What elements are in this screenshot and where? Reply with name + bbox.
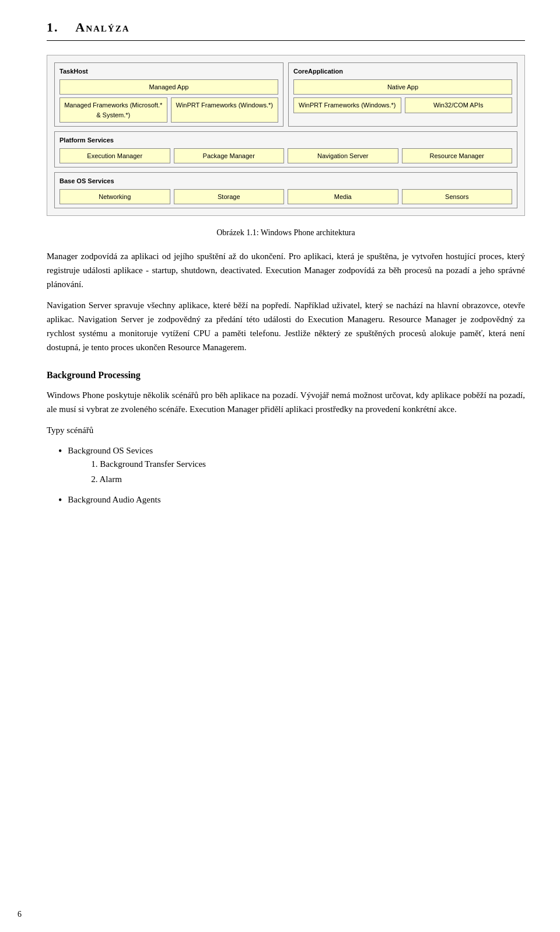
list-item-1-text: Background Audio Agents xyxy=(68,493,160,507)
chapter-title: Analýza xyxy=(75,20,130,34)
native-app-box: Native App xyxy=(293,79,512,95)
architecture-diagram: TaskHost Managed App Managed Frameworks … xyxy=(47,55,525,216)
resource-manager-box: Resource Manager xyxy=(402,148,513,164)
list-item-1: Background Audio Agents xyxy=(58,493,525,508)
navigation-server-box: Navigation Server xyxy=(288,148,398,164)
managed-frameworks-box: Managed Frameworks (Microsoft.* & System… xyxy=(60,97,167,123)
win32-com-box: Win32/COM APIs xyxy=(405,97,513,113)
paragraph-1: Manager zodpovídá za aplikaci od jejího … xyxy=(47,249,525,291)
storage-box: Storage xyxy=(174,189,285,205)
chapter-number: 1. xyxy=(47,20,59,34)
package-manager-box: Package Manager xyxy=(174,148,285,164)
networking-box: Networking xyxy=(60,189,170,205)
list-item-0: Background OS Sevices 1. Background Tran… xyxy=(58,444,525,490)
background-intro: Windows Phone poskytuje několik scénářů … xyxy=(47,388,525,416)
base-boxes: Networking Storage Media Sensors xyxy=(60,189,512,205)
coreapp-sub-row: WinPRT Frameworks (Windows.*) Win32/COM … xyxy=(293,97,512,113)
sub-list-item-0: 1. Background Transfer Services xyxy=(91,458,206,471)
platform-services-section: Platform Services Execution Manager Pack… xyxy=(54,131,517,167)
figure-caption: Obrázek 1.1: Windows Phone architektura xyxy=(47,226,525,239)
winprt-frameworks-box: WinPRT Frameworks (Windows.*) xyxy=(171,97,279,123)
coreapplication-label: CoreApplication xyxy=(293,67,512,76)
base-os-section: Base OS Services Networking Storage Medi… xyxy=(54,172,517,208)
managed-app-box: Managed App xyxy=(60,79,278,95)
execution-manager-box: Execution Manager xyxy=(60,148,170,164)
paragraph-2: Navigation Server spravuje všechny aplik… xyxy=(47,298,525,354)
background-processing-heading: Background Processing xyxy=(47,368,525,382)
winprt-frameworks-box2: WinPRT Frameworks (Windows.*) xyxy=(293,97,401,113)
list-item-0-text: Background OS Sevices xyxy=(68,446,153,455)
list-item-0-content: Background OS Sevices 1. Background Tran… xyxy=(68,444,206,490)
diagram-top-row: TaskHost Managed App Managed Frameworks … xyxy=(54,62,517,127)
platform-services-label: Platform Services xyxy=(60,135,512,145)
base-os-label: Base OS Services xyxy=(60,176,512,186)
coreapplication-group: CoreApplication Native App WinPRT Framew… xyxy=(288,62,517,127)
taskhost-sub-row: Managed Frameworks (Microsoft.* & System… xyxy=(60,97,278,123)
sub-list-item-1: 2. Alarm xyxy=(91,473,206,486)
taskhost-label: TaskHost xyxy=(60,67,278,76)
media-box: Media xyxy=(288,189,398,205)
sub-list-0: 1. Background Transfer Services 2. Alarm xyxy=(91,458,206,486)
platform-boxes: Execution Manager Package Manager Naviga… xyxy=(60,148,512,164)
taskhost-group: TaskHost Managed App Managed Frameworks … xyxy=(54,62,284,127)
chapter-heading: 1. Analýza xyxy=(47,18,525,41)
sensors-box: Sensors xyxy=(402,189,513,205)
types-label: Typy scénářů xyxy=(47,423,525,437)
scenarios-list: Background OS Sevices 1. Background Tran… xyxy=(58,444,525,508)
